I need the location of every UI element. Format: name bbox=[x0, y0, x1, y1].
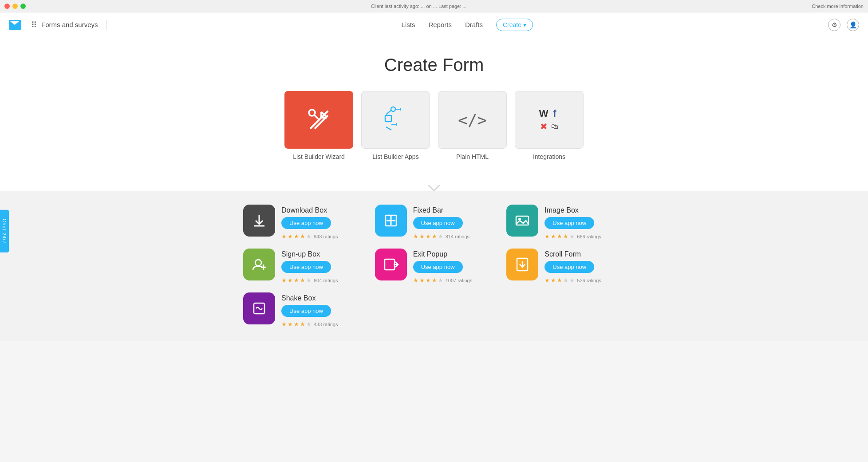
nav-right: ⚙ 👤 bbox=[828, 19, 859, 31]
star-1: ★ bbox=[281, 233, 287, 240]
check-more-info-link[interactable]: Check more information bbox=[812, 4, 864, 9]
close-button[interactable] bbox=[4, 4, 10, 9]
scroll-form-count: 526 ratings bbox=[577, 278, 601, 283]
page-title: Create Form bbox=[0, 55, 868, 75]
divider-arrow-icon bbox=[428, 185, 440, 191]
apps-section: Download Box Use app now ★ ★ ★ ★ ★ 943 r… bbox=[0, 191, 868, 341]
create-form-section: Create Form List Builder Wizard bbox=[0, 37, 868, 178]
scroll-form-name: Scroll Form bbox=[544, 250, 625, 258]
fixed-bar-rating: ★ ★ ★ ★ ★ 814 ratings bbox=[413, 233, 493, 240]
svg-point-22 bbox=[255, 260, 261, 266]
topnav: ⠿ Forms and surveys Lists Reports Drafts… bbox=[0, 12, 868, 37]
apps-label: List Builder Apps bbox=[372, 153, 418, 160]
fixed-bar-info: Fixed Bar Use app now ★ ★ ★ ★ ★ 814 rati… bbox=[413, 205, 493, 240]
scroll-form-rating: ★ ★ ★ ★ ★ 526 ratings bbox=[544, 277, 625, 284]
exit-popup-count: 1007 ratings bbox=[446, 278, 473, 283]
form-option-integrations[interactable]: W f ✖ 🛍 Integrations bbox=[515, 91, 584, 160]
download-box-icon bbox=[243, 205, 275, 237]
form-option-html[interactable]: </> Plain HTML bbox=[438, 91, 507, 160]
image-box-name: Image Box bbox=[544, 206, 625, 214]
svg-line-14 bbox=[386, 127, 391, 130]
app-card-exit-popup: Exit Popup Use app now ★ ★ ★ ★ ★ 1007 ra… bbox=[375, 249, 493, 284]
app-card-shake-box: Shake Box Use app now ★ ★ ★ ★ ★ 433 rati… bbox=[243, 292, 362, 328]
image-box-rating: ★ ★ ★ ★ ★ 666 ratings bbox=[544, 233, 625, 240]
use-app-exit-popup[interactable]: Use app now bbox=[413, 261, 463, 273]
exit-popup-name: Exit Popup bbox=[413, 250, 493, 258]
shake-box-count: 433 ratings bbox=[314, 322, 338, 327]
shake-box-rating: ★ ★ ★ ★ ★ 433 ratings bbox=[281, 321, 362, 328]
svg-rect-11 bbox=[385, 115, 391, 122]
svg-line-3 bbox=[314, 115, 318, 119]
use-app-scroll-form[interactable]: Use app now bbox=[544, 261, 594, 273]
nav-reports[interactable]: Reports bbox=[428, 21, 452, 28]
use-app-image-box[interactable]: Use app now bbox=[544, 217, 594, 229]
shake-box-icon bbox=[243, 292, 275, 324]
chat-tab[interactable]: Chat 24/7 bbox=[0, 209, 9, 253]
fixed-bar-name: Fixed Bar bbox=[413, 206, 493, 214]
use-app-shake-box[interactable]: Use app now bbox=[281, 305, 331, 317]
scroll-form-info: Scroll Form Use app now ★ ★ ★ ★ ★ 526 ra… bbox=[544, 249, 625, 284]
app-card-signup-box: Sign-up Box Use app now ★ ★ ★ ★ ★ 804 ra… bbox=[243, 249, 362, 284]
star-3: ★ bbox=[294, 233, 299, 240]
svg-rect-20 bbox=[516, 216, 529, 225]
apps-grid: Download Box Use app now ★ ★ ★ ★ ★ 943 r… bbox=[234, 205, 634, 328]
fixed-bar-icon bbox=[375, 205, 407, 237]
svg-point-2 bbox=[309, 110, 315, 116]
image-box-icon bbox=[506, 205, 538, 237]
form-option-apps[interactable]: List Builder Apps bbox=[361, 91, 430, 160]
titlebar: Client last activity ago: ... on ... Las… bbox=[0, 0, 868, 12]
app-card-scroll-form: Scroll Form Use app now ★ ★ ★ ★ ★ 526 ra… bbox=[506, 249, 625, 284]
image-box-count: 666 ratings bbox=[577, 234, 601, 239]
signup-box-icon bbox=[243, 249, 275, 280]
star-2: ★ bbox=[288, 233, 293, 240]
integrations-icon: W f ✖ 🛍 bbox=[515, 91, 584, 149]
settings-icon-button[interactable]: ⚙ bbox=[828, 19, 840, 31]
divider bbox=[0, 178, 868, 191]
wizard-icon bbox=[284, 91, 353, 149]
minimize-button[interactable] bbox=[12, 4, 18, 9]
signup-box-count: 804 ratings bbox=[314, 278, 338, 283]
signup-box-info: Sign-up Box Use app now ★ ★ ★ ★ ★ 804 ra… bbox=[281, 249, 362, 284]
maximize-button[interactable] bbox=[20, 4, 26, 9]
form-options: List Builder Wizard List B bbox=[0, 91, 868, 160]
shake-box-info: Shake Box Use app now ★ ★ ★ ★ ★ 433 rati… bbox=[281, 292, 362, 328]
mail-icon bbox=[9, 20, 21, 30]
signup-box-rating: ★ ★ ★ ★ ★ 804 ratings bbox=[281, 277, 362, 284]
exit-popup-info: Exit Popup Use app now ★ ★ ★ ★ ★ 1007 ra… bbox=[413, 249, 493, 284]
brand-area: ⠿ Forms and surveys bbox=[9, 20, 107, 30]
use-app-signup-box[interactable]: Use app now bbox=[281, 261, 331, 273]
nav-drafts[interactable]: Drafts bbox=[465, 21, 483, 28]
image-box-info: Image Box Use app now ★ ★ ★ ★ ★ 666 rati… bbox=[544, 205, 625, 240]
fixed-bar-count: 814 ratings bbox=[446, 234, 470, 239]
nav-links: Lists Reports Drafts Create ▾ bbox=[107, 19, 828, 31]
shake-box-name: Shake Box bbox=[281, 294, 362, 302]
wizard-label: List Builder Wizard bbox=[293, 153, 345, 160]
svg-line-0 bbox=[310, 111, 328, 129]
brand-name: Forms and surveys bbox=[41, 21, 98, 28]
svg-point-8 bbox=[391, 107, 395, 111]
html-icon: </> bbox=[438, 91, 507, 149]
create-button[interactable]: Create ▾ bbox=[496, 19, 533, 31]
svg-rect-25 bbox=[385, 259, 395, 270]
download-box-rating: ★ ★ ★ ★ ★ 943 ratings bbox=[281, 233, 362, 240]
chevron-down-icon: ▾ bbox=[523, 21, 526, 28]
exit-popup-rating: ★ ★ ★ ★ ★ 1007 ratings bbox=[413, 277, 493, 284]
main-content: Create Form List Builder Wizard bbox=[0, 37, 868, 341]
grid-icon[interactable]: ⠿ bbox=[31, 20, 37, 30]
use-app-download-box[interactable]: Use app now bbox=[281, 217, 331, 229]
download-box-count: 943 ratings bbox=[314, 234, 338, 239]
exit-popup-icon bbox=[375, 249, 407, 280]
form-option-wizard[interactable]: List Builder Wizard bbox=[284, 91, 353, 160]
app-card-image-box: Image Box Use app now ★ ★ ★ ★ ★ 666 rati… bbox=[506, 205, 625, 240]
app-card-fixed-bar: Fixed Bar Use app now ★ ★ ★ ★ ★ 814 rati… bbox=[375, 205, 493, 240]
signup-box-name: Sign-up Box bbox=[281, 250, 362, 258]
html-label: Plain HTML bbox=[456, 153, 489, 160]
download-box-info: Download Box Use app now ★ ★ ★ ★ ★ 943 r… bbox=[281, 205, 362, 240]
star-4: ★ bbox=[300, 233, 305, 240]
user-icon-button[interactable]: 👤 bbox=[847, 19, 859, 31]
apps-icon bbox=[361, 91, 430, 149]
nav-lists[interactable]: Lists bbox=[402, 21, 415, 28]
download-box-name: Download Box bbox=[281, 206, 362, 214]
use-app-fixed-bar[interactable]: Use app now bbox=[413, 217, 463, 229]
star-5: ★ bbox=[306, 233, 312, 240]
